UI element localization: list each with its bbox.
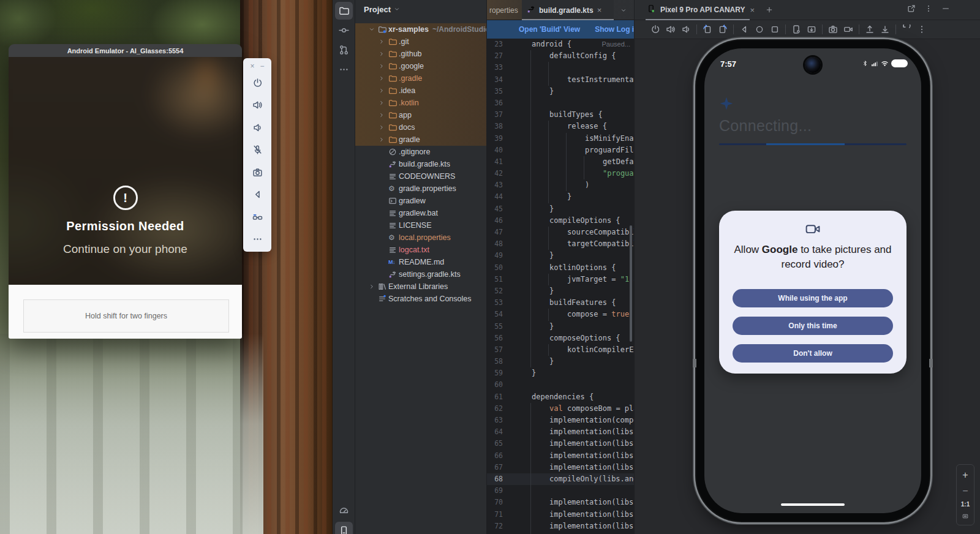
screenshot-button[interactable] bbox=[807, 24, 816, 34]
tree-item--gitignore[interactable]: .gitignore bbox=[355, 146, 487, 158]
upload-button[interactable] bbox=[865, 24, 875, 34]
editor-scrollbar[interactable] bbox=[630, 225, 632, 342]
code-editor[interactable]: roperties build.gradle.kts × Open 'Build… bbox=[487, 0, 634, 534]
camera-icon[interactable] bbox=[243, 161, 271, 184]
chevron-right-icon[interactable] bbox=[369, 284, 375, 290]
chevron-right-icon[interactable] bbox=[379, 112, 385, 118]
tree-item-gradle[interactable]: gradle bbox=[355, 134, 487, 146]
tree-item-settings-gradle-kts[interactable]: settings.gradle.kts bbox=[355, 268, 487, 280]
tree-item-gradlew[interactable]: gradlew bbox=[355, 195, 487, 207]
tree-item-xr-samples[interactable]: xr-samples~/AndroidStudioProje bbox=[355, 23, 487, 36]
project-panel-header[interactable]: Project bbox=[364, 5, 400, 14]
code-text: buildFeatures { bbox=[549, 297, 616, 309]
record-button[interactable] bbox=[843, 24, 853, 34]
device-tab-close-icon[interactable]: × bbox=[750, 6, 755, 15]
chevron-right-icon[interactable] bbox=[379, 100, 385, 106]
power-button[interactable] bbox=[650, 24, 660, 34]
while-using-the-app-button[interactable]: While using the app bbox=[733, 289, 893, 307]
tree-item--kotlin[interactable]: .kotlin bbox=[355, 97, 487, 109]
code-line-52: 52} bbox=[487, 285, 634, 297]
tool-strip-project-icon[interactable] bbox=[335, 2, 353, 20]
overview-button[interactable] bbox=[770, 24, 780, 34]
code-line-46: 46compileOptions { bbox=[487, 215, 634, 227]
tree-item-local-properties[interactable]: ⚙local.properties bbox=[355, 231, 487, 244]
phone-screen[interactable]: 7:57 Connecting... Allow Google to take … bbox=[704, 48, 921, 513]
chevron-right-icon[interactable] bbox=[379, 137, 385, 143]
reset-button[interactable] bbox=[902, 24, 911, 34]
emulator-titlebar[interactable]: Android Emulator - AI_Glasses:5554 bbox=[9, 44, 242, 57]
add-device-tab-icon[interactable] bbox=[766, 6, 773, 13]
tab-list-chevron-icon[interactable] bbox=[620, 5, 627, 16]
mic-off-icon[interactable] bbox=[243, 139, 271, 162]
zoom-out-button[interactable]: − bbox=[962, 486, 968, 497]
code-area[interactable]: 23android {Paused...27defaultConfig {333… bbox=[487, 39, 634, 534]
tree-item--google[interactable]: .google bbox=[355, 60, 487, 72]
back-icon[interactable] bbox=[243, 184, 271, 206]
home-button[interactable] bbox=[755, 24, 764, 34]
emulator-close-button[interactable]: × bbox=[250, 62, 254, 70]
tree-item-scratches-and-consoles[interactable]: Scratches and Consoles bbox=[355, 293, 487, 305]
indent-guide bbox=[530, 497, 531, 508]
more-vertical-button[interactable] bbox=[917, 24, 927, 34]
tab-build-gradle-kts[interactable]: build.gradle.kts × bbox=[522, 0, 614, 20]
only-this-time-button[interactable]: Only this time bbox=[733, 317, 893, 335]
tree-item-build-gradle-kts[interactable]: build.gradle.kts bbox=[355, 158, 487, 170]
show-log-in-finder-link[interactable]: Show Log in Finder bbox=[595, 25, 634, 34]
code-line-49: 49} bbox=[487, 250, 634, 261]
don-t-allow-button[interactable]: Don't allow bbox=[733, 344, 893, 363]
tool-strip-running-devices-icon[interactable] bbox=[335, 522, 353, 534]
tree-item-docs[interactable]: docs bbox=[355, 121, 487, 134]
tree-item-gradlew-bat[interactable]: gradlew.bat bbox=[355, 207, 487, 219]
more-vertical-icon[interactable] bbox=[924, 4, 933, 15]
chevron-right-icon[interactable] bbox=[379, 63, 385, 69]
tree-item--github[interactable]: .github bbox=[355, 48, 487, 60]
download-button[interactable] bbox=[880, 24, 890, 34]
tree-item--idea[interactable]: .idea bbox=[355, 85, 487, 97]
chevron-right-icon[interactable] bbox=[379, 124, 385, 130]
volume-down-icon[interactable] bbox=[243, 116, 271, 139]
zoom-in-button[interactable]: + bbox=[962, 470, 968, 481]
back-button[interactable] bbox=[739, 24, 749, 34]
tab-gradle-properties[interactable]: roperties bbox=[487, 0, 523, 20]
camera-button[interactable] bbox=[828, 24, 838, 34]
line-number: 51 bbox=[487, 274, 503, 285]
tree-item-app[interactable]: app bbox=[355, 109, 487, 121]
glasses-icon[interactable] bbox=[243, 206, 271, 228]
tool-strip-pull-requests-icon[interactable] bbox=[335, 41, 353, 59]
tree-item--git[interactable]: .git bbox=[355, 36, 487, 48]
tree-item-codeowners[interactable]: CODEOWNERS bbox=[355, 170, 487, 182]
tree-item-logcat-txt[interactable]: logcat.txt bbox=[355, 244, 487, 256]
tree-item--gradle[interactable]: .gradle bbox=[355, 72, 487, 85]
chevron-down-icon[interactable] bbox=[369, 26, 375, 32]
open-build-view-link[interactable]: Open 'Build' View bbox=[519, 25, 580, 34]
chevron-right-icon[interactable] bbox=[379, 51, 385, 57]
tree-item-license[interactable]: LICENSE bbox=[355, 219, 487, 231]
volume-up-button[interactable] bbox=[666, 24, 676, 34]
emulator-minimize-button[interactable]: − bbox=[260, 62, 265, 70]
tool-strip-commit-icon[interactable] bbox=[335, 21, 353, 39]
tab-close-icon[interactable]: × bbox=[597, 6, 602, 15]
text-file-icon bbox=[388, 209, 397, 217]
tool-strip-profiler-icon[interactable] bbox=[335, 502, 353, 520]
emulator-screen[interactable]: ! Permission Needed Continue on your pho… bbox=[9, 57, 242, 285]
open-in-new-icon[interactable] bbox=[907, 4, 916, 15]
hide-icon[interactable] bbox=[941, 4, 950, 15]
volume-up-icon[interactable] bbox=[243, 94, 271, 117]
tree-item-external-libraries[interactable]: External Libraries bbox=[355, 280, 487, 293]
rotate-left-button[interactable] bbox=[703, 24, 712, 34]
actual-size-button[interactable]: 1:1 bbox=[961, 501, 970, 508]
more-h-icon[interactable] bbox=[243, 228, 271, 251]
fit-screen-button[interactable] bbox=[962, 513, 969, 520]
device-tab-label[interactable]: Pixel 9 Pro API CANARY bbox=[660, 6, 745, 14]
chevron-right-icon[interactable] bbox=[379, 88, 385, 94]
tree-item-readme-md[interactable]: M↓README.md bbox=[355, 256, 487, 268]
tool-strip-more-h-icon[interactable] bbox=[335, 61, 353, 78]
line-number: 44 bbox=[487, 191, 503, 203]
power-icon[interactable] bbox=[243, 72, 271, 94]
device-settings-button[interactable] bbox=[791, 24, 801, 34]
tree-item-gradle-properties[interactable]: ⚙gradle.properties bbox=[355, 182, 487, 195]
chevron-right-icon[interactable] bbox=[379, 75, 385, 81]
volume-down-button[interactable] bbox=[681, 24, 691, 34]
rotate-right-button[interactable] bbox=[718, 24, 728, 34]
chevron-right-icon[interactable] bbox=[379, 39, 385, 45]
